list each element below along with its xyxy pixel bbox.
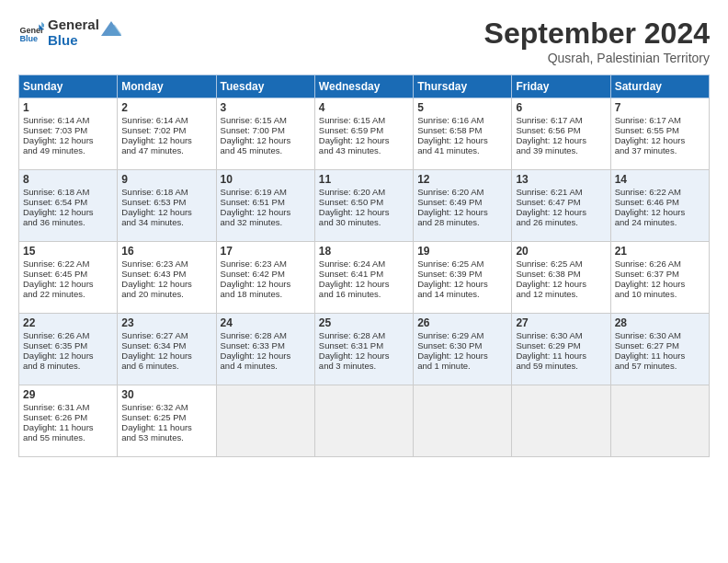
day-info-line: Sunrise: 6:15 AM <box>319 115 409 125</box>
calendar-day-cell: 9Sunrise: 6:18 AMSunset: 6:53 PMDaylight… <box>118 170 216 242</box>
day-number: 3 <box>221 101 311 114</box>
day-info-line: Sunset: 6:35 PM <box>23 340 113 350</box>
day-info-line: Sunrise: 6:29 AM <box>417 330 507 340</box>
day-number: 19 <box>417 245 507 258</box>
calendar-day-cell: 22Sunrise: 6:26 AMSunset: 6:35 PMDayligh… <box>19 314 118 385</box>
day-number: 11 <box>319 173 409 186</box>
calendar-day-cell <box>414 385 512 457</box>
day-number: 20 <box>516 245 606 258</box>
day-info-line: Sunrise: 6:20 AM <box>417 187 507 197</box>
day-info-line: Sunset: 6:45 PM <box>23 269 113 279</box>
day-info-line: Sunrise: 6:23 AM <box>121 259 211 269</box>
month-title: September 2024 <box>484 17 710 51</box>
day-number: 9 <box>121 173 211 186</box>
day-info-line: Daylight: 12 hours <box>121 279 211 289</box>
calendar-week-row: 1Sunrise: 6:14 AMSunset: 7:03 PMDaylight… <box>19 98 710 170</box>
calendar-day-cell: 1Sunrise: 6:14 AMSunset: 7:03 PMDaylight… <box>19 98 118 170</box>
day-number: 24 <box>221 316 311 329</box>
day-info-line: Sunset: 6:58 PM <box>417 125 507 135</box>
day-info-line: Sunrise: 6:18 AM <box>121 187 211 197</box>
day-number: 23 <box>121 316 211 329</box>
day-info-line: and 53 minutes. <box>121 432 211 442</box>
calendar-day-cell: 7Sunrise: 6:17 AMSunset: 6:55 PMDaylight… <box>610 98 709 170</box>
calendar-day-cell: 20Sunrise: 6:25 AMSunset: 6:38 PMDayligh… <box>512 242 610 314</box>
day-info-line: Sunset: 6:38 PM <box>516 269 606 279</box>
calendar-page: General Blue General Blue September 2024… <box>0 0 728 563</box>
svg-marker-3 <box>41 22 44 28</box>
day-info-line: Sunset: 6:46 PM <box>615 197 705 207</box>
day-info-line: and 57 minutes. <box>615 361 705 371</box>
day-info-line: Daylight: 12 hours <box>615 207 705 217</box>
calendar-day-cell: 30Sunrise: 6:32 AMSunset: 6:25 PMDayligh… <box>118 385 216 457</box>
day-info-line: Sunrise: 6:26 AM <box>615 259 705 269</box>
day-info-line: Daylight: 12 hours <box>417 135 507 145</box>
day-info-line: and 41 minutes. <box>417 145 507 155</box>
day-number: 18 <box>319 245 409 258</box>
calendar-day-cell: 3Sunrise: 6:15 AMSunset: 7:00 PMDaylight… <box>216 98 314 170</box>
day-of-week-header: Saturday <box>610 75 709 98</box>
calendar-day-cell: 28Sunrise: 6:30 AMSunset: 6:27 PMDayligh… <box>610 314 709 385</box>
day-info-line: and 34 minutes. <box>121 217 211 227</box>
calendar-day-cell: 26Sunrise: 6:29 AMSunset: 6:30 PMDayligh… <box>414 314 512 385</box>
day-info-line: Sunset: 6:43 PM <box>121 269 211 279</box>
day-info-line: Sunset: 6:55 PM <box>615 125 705 135</box>
calendar-table: SundayMondayTuesdayWednesdayThursdayFrid… <box>18 75 710 457</box>
day-of-week-header: Wednesday <box>314 75 413 98</box>
day-info-line: Daylight: 12 hours <box>319 207 409 217</box>
day-info-line: Daylight: 12 hours <box>417 279 507 289</box>
day-info-line: Sunset: 6:34 PM <box>121 340 211 350</box>
day-info-line: Sunset: 6:47 PM <box>516 197 606 207</box>
day-info-line: Daylight: 11 hours <box>23 422 113 432</box>
day-info-line: and 22 minutes. <box>23 289 113 299</box>
day-info-line: Sunset: 6:49 PM <box>417 197 507 207</box>
day-info-line: Sunset: 6:54 PM <box>23 197 113 207</box>
day-info-line: Sunset: 7:03 PM <box>23 125 113 135</box>
day-info-line: Sunrise: 6:30 AM <box>516 330 606 340</box>
day-number: 12 <box>417 173 507 186</box>
day-info-line: Sunset: 6:56 PM <box>516 125 606 135</box>
day-info-line: Sunrise: 6:22 AM <box>615 187 705 197</box>
day-info-line: Sunset: 6:50 PM <box>319 197 409 207</box>
day-info-line: Sunset: 6:27 PM <box>615 340 705 350</box>
day-info-line: and 14 minutes. <box>417 289 507 299</box>
day-info-line: and 47 minutes. <box>121 145 211 155</box>
location: Qusrah, Palestinian Territory <box>484 51 710 65</box>
calendar-day-cell: 21Sunrise: 6:26 AMSunset: 6:37 PMDayligh… <box>610 242 709 314</box>
day-info-line: and 16 minutes. <box>319 289 409 299</box>
day-info-line: Sunrise: 6:21 AM <box>516 187 606 197</box>
calendar-day-cell: 19Sunrise: 6:25 AMSunset: 6:39 PMDayligh… <box>414 242 512 314</box>
calendar-day-cell: 5Sunrise: 6:16 AMSunset: 6:58 PMDaylight… <box>414 98 512 170</box>
day-info-line: Daylight: 12 hours <box>516 207 606 217</box>
day-info-line: and 18 minutes. <box>221 289 311 299</box>
day-info-line: Sunset: 6:25 PM <box>121 412 211 422</box>
calendar-day-cell: 23Sunrise: 6:27 AMSunset: 6:34 PMDayligh… <box>118 314 216 385</box>
calendar-day-cell: 18Sunrise: 6:24 AMSunset: 6:41 PMDayligh… <box>314 242 413 314</box>
day-info-line: Sunset: 6:41 PM <box>319 269 409 279</box>
day-number: 6 <box>516 101 606 114</box>
calendar-body: 1Sunrise: 6:14 AMSunset: 7:03 PMDaylight… <box>19 98 710 457</box>
day-number: 28 <box>615 316 705 329</box>
day-info-line: Sunset: 6:31 PM <box>319 340 409 350</box>
calendar-day-cell <box>512 385 610 457</box>
calendar-day-cell: 8Sunrise: 6:18 AMSunset: 6:54 PMDaylight… <box>19 170 118 242</box>
day-info-line: and 39 minutes. <box>516 145 606 155</box>
day-of-week-header: Sunday <box>19 75 118 98</box>
day-info-line: Daylight: 12 hours <box>221 207 311 217</box>
calendar-day-cell: 2Sunrise: 6:14 AMSunset: 7:02 PMDaylight… <box>118 98 216 170</box>
day-info-line: Daylight: 12 hours <box>417 207 507 217</box>
day-info-line: Sunrise: 6:28 AM <box>221 330 311 340</box>
day-info-line: and 4 minutes. <box>221 361 311 371</box>
day-info-line: and 6 minutes. <box>121 361 211 371</box>
day-of-week-header: Monday <box>118 75 216 98</box>
day-info-line: Sunrise: 6:32 AM <box>121 402 211 412</box>
day-info-line: and 55 minutes. <box>23 432 113 442</box>
day-info-line: Sunrise: 6:23 AM <box>221 259 311 269</box>
day-info-line: and 26 minutes. <box>516 217 606 227</box>
day-number: 2 <box>121 101 211 114</box>
day-number: 4 <box>319 101 409 114</box>
calendar-day-cell: 10Sunrise: 6:19 AMSunset: 6:51 PMDayligh… <box>216 170 314 242</box>
calendar-day-cell: 13Sunrise: 6:21 AMSunset: 6:47 PMDayligh… <box>512 170 610 242</box>
day-info-line: and 8 minutes. <box>23 361 113 371</box>
day-info-line: Daylight: 12 hours <box>23 207 113 217</box>
day-info-line: Sunrise: 6:24 AM <box>319 259 409 269</box>
